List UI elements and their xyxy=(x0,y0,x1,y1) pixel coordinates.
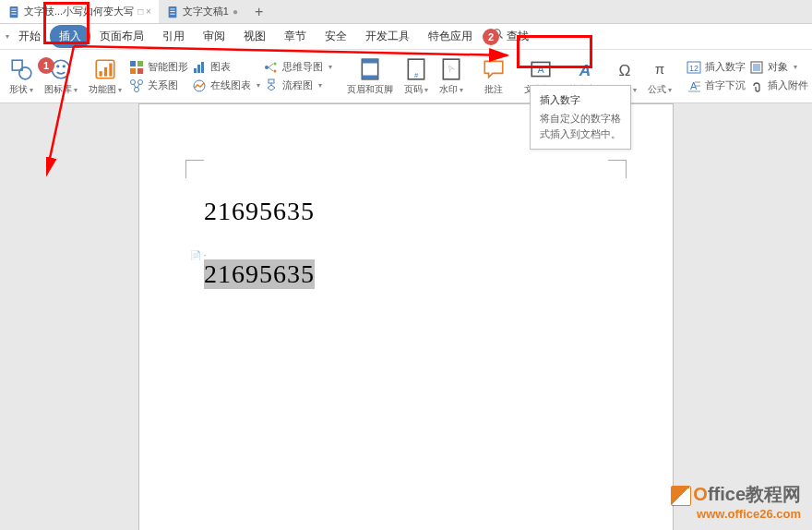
svg-line-27 xyxy=(137,84,139,88)
svg-rect-5 xyxy=(170,8,174,9)
ribbon-page-number[interactable]: # 页码▾ xyxy=(399,52,434,101)
document-text-line1[interactable]: 21695635 xyxy=(204,197,608,226)
feature-chart-icon xyxy=(93,57,117,81)
ribbon-header-footer[interactable]: 页眉和页脚 xyxy=(341,52,399,101)
brand-logo-icon xyxy=(671,486,691,506)
svg-point-11 xyxy=(19,66,31,78)
insert-number-tooltip: 插入数字 将自定义的数字格式插入到文档中。 xyxy=(530,85,631,150)
tab-label: 文字技...小写如何变大写 xyxy=(24,5,134,18)
svg-point-33 xyxy=(274,62,277,65)
tab-close-icon[interactable]: □ × xyxy=(137,6,151,17)
svg-rect-1 xyxy=(11,8,16,9)
svg-rect-20 xyxy=(137,61,143,66)
menu-security[interactable]: 安全 xyxy=(316,25,356,48)
svg-text:A: A xyxy=(446,62,457,74)
flowchart-icon xyxy=(264,78,279,93)
svg-rect-29 xyxy=(197,65,200,73)
doc-icon xyxy=(166,6,179,18)
watermark-brand: Office教程网 www.office26.com xyxy=(671,482,801,521)
tab-close-icon[interactable]: ● xyxy=(233,6,238,17)
ribbon-watermark[interactable]: A 水印▾ xyxy=(434,52,469,101)
svg-rect-59 xyxy=(753,64,760,71)
icon-lib-icon xyxy=(49,57,73,81)
svg-text:π: π xyxy=(655,61,664,77)
svg-rect-16 xyxy=(100,71,102,76)
svg-line-35 xyxy=(269,64,273,67)
svg-point-34 xyxy=(274,69,277,72)
menu-start[interactable]: 开始 xyxy=(9,25,50,48)
document-tab-2[interactable]: 文字文稿1 ● xyxy=(159,0,245,23)
ribbon-comment[interactable]: 批注 xyxy=(476,52,511,101)
menu-special-apps[interactable]: 特色应用 xyxy=(419,25,482,48)
comment-icon xyxy=(482,57,506,81)
ribbon-insert-attachment[interactable]: 插入附件 xyxy=(749,78,808,93)
ribbon-online-chart[interactable]: 在线图表▾ xyxy=(192,78,260,93)
svg-rect-19 xyxy=(130,61,136,66)
svg-point-24 xyxy=(138,79,143,84)
ribbon-chart[interactable]: 图表 xyxy=(192,60,260,75)
svg-rect-42 xyxy=(362,75,377,78)
svg-marker-38 xyxy=(268,85,275,90)
ribbon-object[interactable]: 对象▾ xyxy=(749,60,808,75)
svg-rect-18 xyxy=(109,63,112,76)
symbol-icon: Ω xyxy=(613,57,637,81)
mind-map-icon xyxy=(264,60,279,75)
ribbon-equation[interactable]: π 公式▾ xyxy=(642,52,677,101)
svg-point-13 xyxy=(56,65,59,67)
document-text-line2-selected[interactable]: 21695635 xyxy=(204,259,315,289)
ribbon-relation[interactable]: 关系图 xyxy=(129,78,188,93)
smart-art-icon xyxy=(129,60,144,75)
menu-view[interactable]: 视图 xyxy=(234,25,275,48)
watermark-url: www.office26.com xyxy=(671,507,801,521)
menu-dev-tools[interactable]: 开发工具 xyxy=(356,25,419,48)
menu-references[interactable]: 引用 xyxy=(153,25,194,48)
ribbon-mind-map[interactable]: 思维导图▾ xyxy=(264,60,332,75)
menu-review[interactable]: 审阅 xyxy=(194,25,234,48)
svg-point-32 xyxy=(265,66,269,69)
wordart-icon: A xyxy=(573,57,597,81)
ribbon-flowchart[interactable]: 流程图▾ xyxy=(264,78,332,93)
ribbon-first-letter[interactable]: A首字下沉 xyxy=(687,78,746,93)
document-tab-1[interactable]: 文字技...小写如何变大写 □ × xyxy=(0,0,159,23)
svg-text:A: A xyxy=(537,64,544,75)
svg-text:Ω: Ω xyxy=(619,60,631,78)
watermark-icon: A xyxy=(439,57,463,81)
svg-rect-21 xyxy=(130,68,136,74)
page-number-icon: # xyxy=(404,57,428,81)
search-button[interactable]: 查找 xyxy=(484,25,538,48)
textbox-icon: A xyxy=(529,57,553,81)
first-letter-icon: A xyxy=(687,78,701,93)
document-page[interactable]: 📄 · 21695635 21695635 xyxy=(138,103,674,530)
svg-rect-17 xyxy=(104,66,107,76)
svg-point-25 xyxy=(135,87,139,91)
svg-rect-6 xyxy=(170,11,174,12)
equation-icon: π xyxy=(648,57,672,81)
online-chart-icon xyxy=(192,78,207,93)
ribbon-icon-lib[interactable]: 图标库▾ xyxy=(39,52,83,101)
new-tab-button[interactable]: + xyxy=(245,4,272,20)
menu-chapter[interactable]: 章节 xyxy=(275,25,316,48)
document-area[interactable]: 📄 · 21695635 21695635 xyxy=(0,103,812,530)
ribbon-smart-art[interactable]: 智能图形 xyxy=(129,60,188,75)
shape-icon xyxy=(9,57,33,81)
svg-rect-37 xyxy=(269,79,274,83)
svg-point-23 xyxy=(131,79,136,84)
ribbon-shape[interactable]: 形状▾ xyxy=(4,52,39,101)
insert-number-icon: 12 xyxy=(687,60,701,75)
relation-icon xyxy=(129,78,144,93)
margin-marker-tr xyxy=(608,160,627,178)
menu-page-layout[interactable]: 页面布局 xyxy=(90,25,153,48)
svg-line-36 xyxy=(269,67,273,71)
svg-rect-3 xyxy=(11,13,16,14)
margin-marker-tl xyxy=(185,160,204,178)
search-label: 查找 xyxy=(507,30,529,42)
svg-point-14 xyxy=(63,65,66,67)
svg-rect-30 xyxy=(201,62,204,73)
svg-rect-28 xyxy=(194,68,197,73)
ribbon-insert-number[interactable]: 12插入数字 xyxy=(687,60,746,75)
svg-point-12 xyxy=(52,60,70,78)
svg-text:#: # xyxy=(414,70,419,78)
menu-insert[interactable]: 插入 xyxy=(50,25,90,48)
ribbon-feature-chart[interactable]: 功能图▾ xyxy=(83,52,127,101)
ribbon-toolbar: 形状▾ 图标库▾ 功能图▾ 智能图形 关系图 图表 在线图表▾ 思维导图▾ 流程… xyxy=(0,50,812,103)
